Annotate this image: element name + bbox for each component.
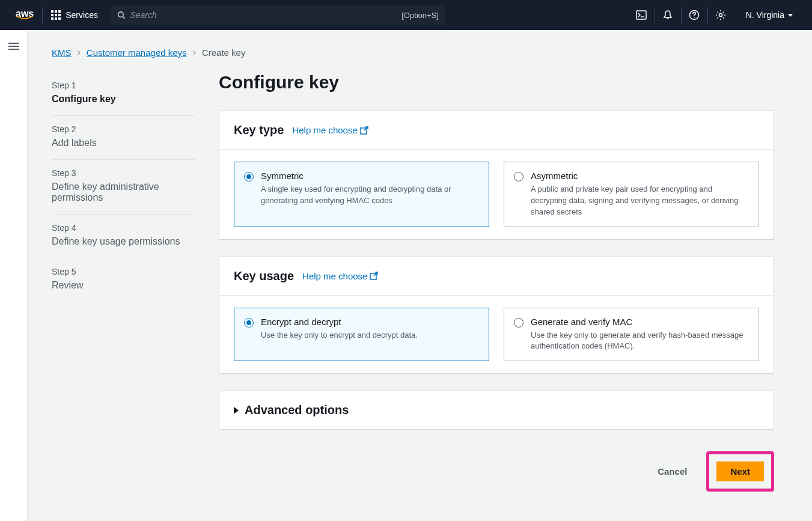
settings-button[interactable] bbox=[707, 0, 734, 30]
top-nav: aws Services [Option+S] N. Virginia bbox=[0, 0, 812, 30]
radio-icon bbox=[514, 172, 524, 181]
radio-icon bbox=[244, 172, 254, 181]
breadcrumb-kms[interactable]: KMS bbox=[52, 47, 72, 58]
step-num: Step 1 bbox=[52, 81, 195, 90]
key-type-panel: Key type Help me choose Symmetric A sing… bbox=[219, 111, 774, 240]
chevron-icon: › bbox=[78, 47, 81, 58]
help-link-label: Help me choose bbox=[292, 125, 357, 135]
advanced-title: Advanced options bbox=[245, 403, 349, 417]
step-4[interactable]: Step 4 Define key usage permissions bbox=[52, 215, 195, 258]
option-label: Generate and verify MAC bbox=[531, 317, 749, 327]
search-input[interactable] bbox=[130, 10, 401, 20]
key-type-asymmetric[interactable]: Asymmetric A public and private key pair… bbox=[504, 162, 759, 227]
option-desc: A public and private key pair used for e… bbox=[531, 184, 749, 218]
step-num: Step 5 bbox=[52, 267, 195, 276]
step-num: Step 3 bbox=[52, 168, 195, 178]
option-label: Symmetric bbox=[261, 171, 479, 181]
key-usage-help-link[interactable]: Help me choose bbox=[302, 271, 378, 281]
next-button[interactable]: Next bbox=[716, 462, 764, 481]
caret-down-icon bbox=[788, 14, 793, 17]
key-type-symmetric[interactable]: Symmetric A single key used for encrypti… bbox=[234, 162, 489, 227]
svg-point-6 bbox=[719, 14, 722, 17]
cloudshell-button[interactable] bbox=[628, 0, 655, 30]
bell-icon bbox=[662, 10, 673, 20]
cloudshell-icon bbox=[636, 10, 647, 20]
step-num: Step 2 bbox=[52, 124, 195, 134]
region-label: N. Virginia bbox=[746, 10, 784, 20]
side-rail bbox=[0, 30, 28, 521]
option-desc: Use the key only to generate and verify … bbox=[531, 330, 749, 353]
step-3[interactable]: Step 3 Define key administrative permiss… bbox=[52, 160, 195, 215]
gear-icon bbox=[715, 10, 726, 20]
notifications-button[interactable] bbox=[655, 0, 681, 30]
region-selector[interactable]: N. Virginia bbox=[734, 10, 805, 20]
help-button[interactable] bbox=[681, 0, 707, 30]
option-label: Asymmetric bbox=[531, 171, 749, 181]
step-title: Define key administrative permissions bbox=[52, 181, 195, 203]
step-title: Configure key bbox=[52, 94, 195, 105]
grid-icon bbox=[51, 10, 61, 20]
key-usage-mac[interactable]: Generate and verify MAC Use the key only… bbox=[504, 308, 759, 362]
step-5[interactable]: Step 5 Review bbox=[52, 258, 195, 302]
wizard-steps: Step 1 Configure key Step 2 Add labels S… bbox=[52, 72, 195, 492]
search-container: [Option+S] bbox=[111, 5, 445, 25]
external-link-icon bbox=[370, 272, 378, 280]
advanced-options-toggle[interactable]: Advanced options bbox=[219, 391, 774, 430]
page-title: Configure key bbox=[219, 72, 774, 93]
step-2[interactable]: Step 2 Add labels bbox=[52, 116, 195, 160]
services-label: Services bbox=[66, 10, 98, 20]
step-num: Step 4 bbox=[52, 223, 195, 233]
key-usage-panel: Key usage Help me choose Encrypt and dec… bbox=[219, 257, 774, 374]
aws-logo[interactable]: aws bbox=[7, 9, 42, 21]
search-icon bbox=[117, 10, 126, 20]
step-title: Add labels bbox=[52, 138, 195, 148]
key-usage-title: Key usage bbox=[234, 269, 294, 283]
option-label: Encrypt and decrypt bbox=[261, 317, 418, 327]
cancel-button[interactable]: Cancel bbox=[648, 462, 697, 481]
search-shortcut: [Option+S] bbox=[401, 11, 439, 20]
breadcrumb-current: Create key bbox=[202, 47, 246, 58]
next-highlight: Next bbox=[706, 451, 774, 492]
key-type-help-link[interactable]: Help me choose bbox=[292, 125, 368, 135]
menu-toggle[interactable] bbox=[8, 41, 19, 521]
step-title: Define key usage permissions bbox=[52, 236, 195, 247]
radio-icon bbox=[514, 318, 524, 328]
svg-rect-2 bbox=[636, 11, 646, 19]
step-title: Review bbox=[52, 280, 195, 291]
breadcrumb-cmk[interactable]: Customer managed keys bbox=[87, 47, 187, 58]
svg-line-1 bbox=[123, 17, 124, 19]
help-link-label: Help me choose bbox=[302, 271, 367, 281]
footer-actions: Cancel Next bbox=[219, 451, 774, 492]
svg-point-0 bbox=[118, 12, 123, 17]
radio-icon bbox=[244, 318, 254, 328]
services-button[interactable]: Services bbox=[43, 10, 106, 20]
key-type-title: Key type bbox=[234, 123, 284, 137]
triangle-right-icon bbox=[234, 407, 239, 414]
step-1[interactable]: Step 1 Configure key bbox=[52, 72, 195, 116]
svg-point-5 bbox=[694, 17, 695, 18]
help-icon bbox=[689, 10, 700, 20]
breadcrumbs: KMS › Customer managed keys › Create key bbox=[52, 47, 793, 58]
key-usage-encrypt[interactable]: Encrypt and decrypt Use the key only to … bbox=[234, 308, 489, 362]
option-desc: Use the key only to encrypt and decrypt … bbox=[261, 330, 418, 341]
option-desc: A single key used for encrypting and dec… bbox=[261, 184, 479, 207]
external-link-icon bbox=[360, 126, 368, 135]
chevron-icon: › bbox=[193, 47, 196, 58]
